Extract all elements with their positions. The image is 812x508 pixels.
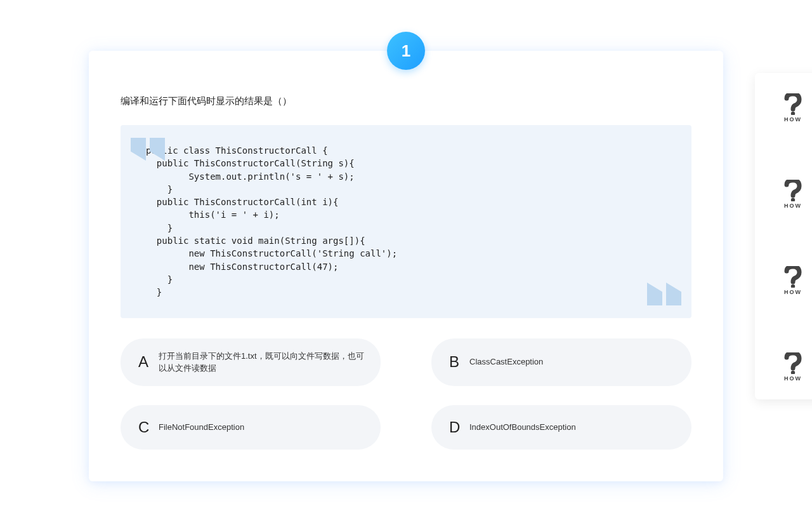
option-letter: A — [138, 353, 148, 371]
svg-point-3 — [791, 371, 795, 374]
question-card: 编译和运行下面代码时显示的结果是（） public class ThisCons… — [89, 51, 723, 481]
quote-close-icon — [647, 283, 681, 305]
svg-point-0 — [791, 112, 795, 115]
how-icon[interactable]: HOW — [780, 264, 806, 295]
how-icon[interactable]: HOW — [780, 177, 806, 209]
options-grid: A 打开当前目录下的文件1.txt，既可以向文件写数据，也可以从文件读数据 B … — [121, 338, 691, 450]
option-letter: D — [449, 418, 460, 436]
option-text: 打开当前目录下的文件1.txt，既可以向文件写数据，也可以从文件读数据 — [159, 350, 365, 375]
how-icon[interactable]: HOW — [780, 91, 806, 123]
code-block: public class ThisConstructorCall { publi… — [121, 125, 691, 318]
option-b[interactable]: B ClassCastException — [431, 338, 691, 386]
how-icon[interactable]: HOW — [780, 350, 806, 382]
how-label: HOW — [784, 116, 802, 123]
option-letter: B — [449, 353, 459, 371]
code-content: public class ThisConstructorCall { publi… — [146, 144, 666, 299]
option-text: ClassCastException — [469, 356, 543, 368]
option-c[interactable]: C FileNotFoundException — [121, 405, 381, 450]
how-label: HOW — [784, 375, 802, 382]
how-label: HOW — [784, 203, 802, 209]
option-text: FileNotFoundException — [159, 421, 244, 434]
quote-open-icon — [131, 138, 165, 161]
question-number: 1 — [402, 41, 410, 61]
sidebar-panel: HOW HOW HOW HOW — [755, 73, 812, 399]
option-letter: C — [138, 418, 149, 436]
option-d[interactable]: D IndexOutOfBoundsException — [431, 405, 691, 450]
question-number-badge: 1 — [387, 32, 425, 70]
option-a[interactable]: A 打开当前目录下的文件1.txt，既可以向文件写数据，也可以从文件读数据 — [121, 338, 381, 386]
svg-point-2 — [791, 284, 795, 288]
how-label: HOW — [784, 289, 802, 295]
question-prompt: 编译和运行下面代码时显示的结果是（） — [121, 95, 691, 107]
svg-point-1 — [791, 198, 795, 201]
option-text: IndexOutOfBoundsException — [469, 421, 576, 434]
